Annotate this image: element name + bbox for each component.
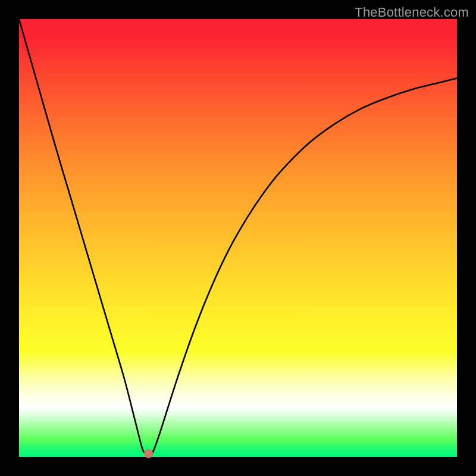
chart-frame: TheBottleneck.com xyxy=(0,0,476,476)
watermark-text: TheBottleneck.com xyxy=(355,5,469,20)
minimum-marker xyxy=(144,449,153,458)
bottleneck-curve xyxy=(19,19,457,457)
plot-area xyxy=(19,19,457,457)
